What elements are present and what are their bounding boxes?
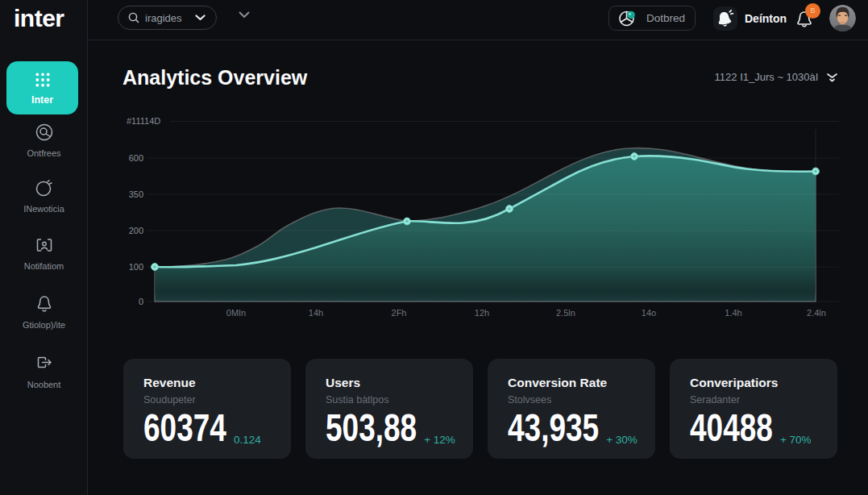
svg-text:2Fh: 2Fh	[392, 308, 407, 318]
svg-text:2.4ln: 2.4ln	[807, 308, 826, 318]
svg-text:600: 600	[129, 153, 143, 163]
svg-text:200: 200	[129, 226, 143, 235]
svg-text:0: 0	[139, 297, 143, 306]
svg-text:2.5ln: 2.5ln	[556, 308, 575, 318]
svg-text:350: 350	[129, 189, 143, 199]
svg-text:14o: 14o	[642, 308, 656, 318]
svg-text:14h: 14h	[309, 308, 323, 318]
svg-text:0MIn: 0MIn	[226, 308, 246, 318]
svg-text:1.4h: 1.4h	[725, 308, 741, 318]
svg-text:100: 100	[129, 262, 143, 272]
svg-text:#11114D: #11114D	[127, 116, 160, 126]
svg-text:12h: 12h	[475, 308, 489, 318]
